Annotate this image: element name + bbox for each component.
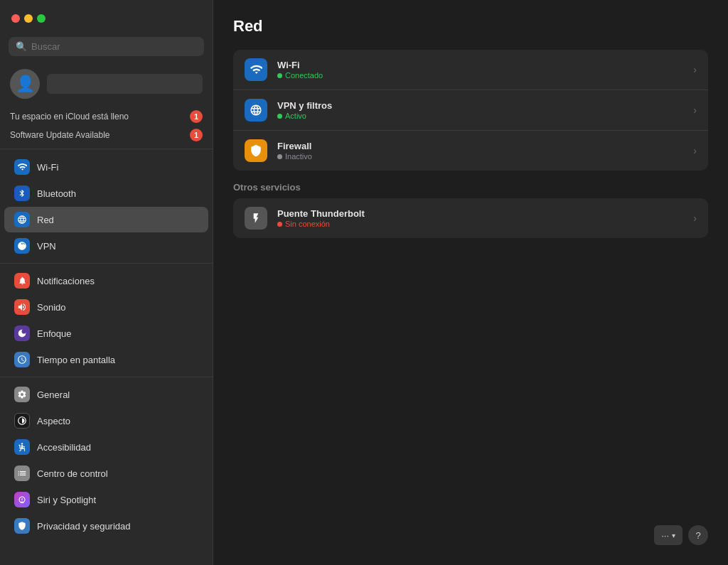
bottom-toolbar: ··· ▾ ? [654,525,708,545]
wifi-network-status: Conectado [277,71,683,80]
firewall-chevron: › [693,145,697,156]
wifi-status-dot [277,73,282,78]
other-services-group: Puente Thunderbolt Sin conexión › [233,198,708,238]
notificaciones-icon [14,273,30,289]
red-icon [14,212,30,227]
thunderbolt-network-status: Sin conexión [277,220,683,228]
privacidad-label: Privacidad y seguridad [37,521,131,532]
network-item-vpn[interactable]: VPN y filtros Activo › [233,90,708,131]
vpn-network-info: VPN y filtros Activo [277,100,683,120]
wifi-chevron: › [693,64,697,75]
sidebar-divider-top [0,149,213,149]
vpn-chevron: › [693,104,697,116]
help-button[interactable]: ? [688,525,708,545]
titlebar [0,0,213,37]
firewall-network-icon [245,139,267,162]
icloud-badge: 1 [190,110,203,123]
siri-label: Siri y Spotlight [37,495,96,505]
sidebar-item-enfoque[interactable]: Enfoque [4,321,208,346]
vpn-status-dot [277,114,282,119]
close-button[interactable] [11,14,20,23]
general-label: General [37,389,70,400]
accesibilidad-icon [14,439,30,455]
minimize-button[interactable] [24,14,33,23]
wifi-icon [14,159,30,175]
wifi-network-icon [245,58,267,81]
update-label: Software Update Available [10,130,110,140]
bluetooth-icon [14,185,30,201]
firewall-status-text: Inactivo [285,152,312,161]
search-icon: 🔍 [16,41,27,52]
traffic-lights [11,14,46,23]
network-item-wifi[interactable]: Wi-Fi Conectado › [233,50,708,90]
thunderbolt-network-name: Puente Thunderbolt [277,208,683,219]
thunderbolt-network-info: Puente Thunderbolt Sin conexión [277,208,683,228]
main-content: Red Wi-Fi Conectado › [213,0,728,565]
main-network-group: Wi-Fi Conectado › VPN y filtros Activo [233,50,708,171]
sidebar-divider-2 [0,377,213,377]
sidebar-scroll: Wi-Fi Bluetooth Red [0,154,213,565]
maximize-button[interactable] [37,14,46,23]
accesibilidad-label: Accesibilidad [37,442,91,453]
vpn-status-text: Activo [285,112,306,120]
avatar: 👤 [10,69,40,99]
wifi-network-info: Wi-Fi Conectado [277,60,683,80]
help-label: ? [695,530,700,541]
user-name-bar [47,74,203,94]
sidebar-item-general[interactable]: General [4,382,208,407]
thunderbolt-status-text: Sin conexión [285,220,330,228]
firewall-network-info: Firewall Inactivo [277,141,683,161]
vpn-network-icon [245,99,267,122]
sidebar-item-sonido[interactable]: Sonido [4,294,208,320]
thunderbolt-chevron: › [693,212,697,224]
sidebar-item-tiempo[interactable]: Tiempo en pantalla [4,347,208,372]
enfoque-label: Enfoque [37,328,71,339]
vpn-network-name: VPN y filtros [277,100,683,111]
sidebar-item-bluetooth[interactable]: Bluetooth [4,181,208,206]
sidebar-item-privacidad[interactable]: Privacidad y seguridad [4,513,208,539]
wifi-status-text: Conectado [285,71,323,80]
sidebar-item-red[interactable]: Red [4,207,208,232]
tiempo-label: Tiempo en pantalla [37,355,115,365]
red-label: Red [37,215,54,225]
more-button[interactable]: ··· ▾ [654,525,682,545]
sidebar-item-centro[interactable]: Centro de control [4,461,208,486]
privacidad-icon [14,518,30,534]
sidebar-item-vpn[interactable]: VPN [4,233,208,259]
sonido-icon [14,299,30,315]
wifi-network-name: Wi-Fi [277,60,683,70]
tiempo-icon [14,352,30,367]
aspecto-label: Aspecto [37,416,70,426]
search-bar[interactable]: 🔍 [9,37,204,56]
centro-label: Centro de control [37,468,108,479]
sidebar-item-accesibilidad[interactable]: Accesibilidad [4,434,208,460]
firewall-network-status: Inactivo [277,152,683,161]
thunderbolt-status-dot [277,222,282,227]
sidebar-item-siri[interactable]: Siri y Spotlight [4,487,208,512]
general-icon [14,387,30,402]
sidebar-item-wifi[interactable]: Wi-Fi [4,154,208,180]
network-item-thunderbolt[interactable]: Puente Thunderbolt Sin conexión › [233,198,708,238]
bluetooth-label: Bluetooth [37,188,76,199]
thunderbolt-network-icon [245,207,267,230]
icloud-notification[interactable]: Tu espacio en iCloud está lleno 1 [0,107,213,126]
sidebar-item-aspecto[interactable]: Aspecto [4,408,208,434]
update-notification[interactable]: Software Update Available 1 [0,126,213,144]
firewall-network-name: Firewall [277,141,683,151]
centro-icon [14,466,30,481]
wifi-label: Wi-Fi [37,162,58,173]
icloud-label: Tu espacio en iCloud está lleno [10,112,129,122]
chevron-down-icon: ▾ [672,532,675,539]
vpn-label: VPN [37,241,56,252]
svg-point-0 [21,443,23,444]
sidebar-item-notificaciones[interactable]: Notificaciones [4,268,208,294]
user-section[interactable]: 👤 [0,63,213,107]
vpn-icon [14,238,30,254]
other-services-label: Otros servicios [233,182,708,193]
search-input[interactable] [31,41,197,52]
sidebar-divider-1 [0,263,213,264]
sidebar: 🔍 👤 Tu espacio en iCloud está lleno 1 So… [0,0,213,565]
aspecto-icon [14,413,30,429]
network-item-firewall[interactable]: Firewall Inactivo › [233,131,708,171]
update-badge: 1 [190,129,203,141]
